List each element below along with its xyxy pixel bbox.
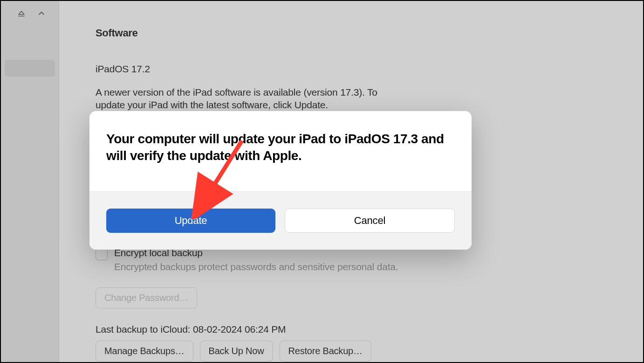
modal-title: Your computer will update your iPad to i… — [106, 131, 455, 164]
cancel-button[interactable]: Cancel — [285, 209, 455, 233]
update-confirmation-modal: Your computer will update your iPad to i… — [89, 111, 472, 250]
update-button[interactable]: Update — [106, 209, 275, 233]
